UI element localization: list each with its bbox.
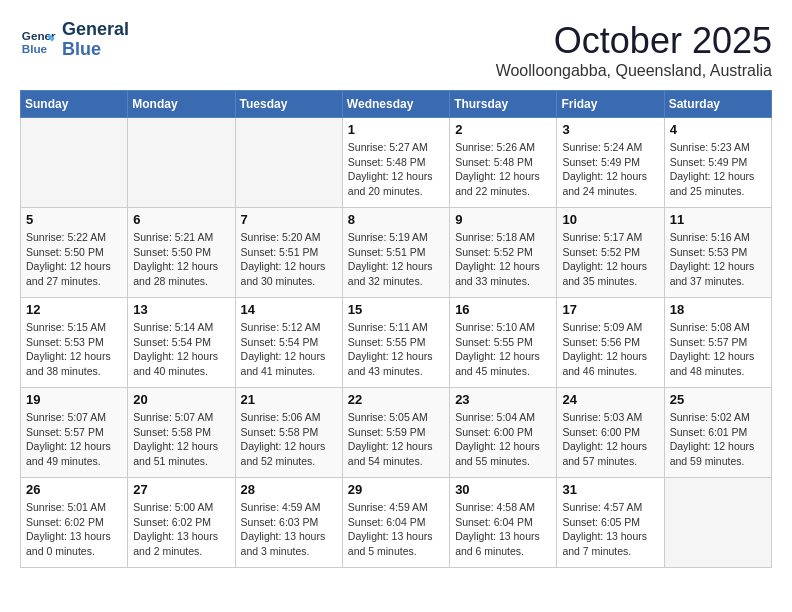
day-number: 15 [348, 302, 444, 317]
logo-text-blue: Blue [62, 40, 129, 60]
day-info: Sunrise: 5:06 AMSunset: 5:58 PMDaylight:… [241, 410, 337, 469]
week-row-4: 19Sunrise: 5:07 AMSunset: 5:57 PMDayligh… [21, 388, 772, 478]
calendar-cell: 13Sunrise: 5:14 AMSunset: 5:54 PMDayligh… [128, 298, 235, 388]
calendar-cell: 30Sunrise: 4:58 AMSunset: 6:04 PMDayligh… [450, 478, 557, 568]
day-info: Sunrise: 5:08 AMSunset: 5:57 PMDaylight:… [670, 320, 766, 379]
day-info: Sunrise: 5:23 AMSunset: 5:49 PMDaylight:… [670, 140, 766, 199]
calendar-cell: 11Sunrise: 5:16 AMSunset: 5:53 PMDayligh… [664, 208, 771, 298]
calendar-cell: 18Sunrise: 5:08 AMSunset: 5:57 PMDayligh… [664, 298, 771, 388]
calendar-body: 1Sunrise: 5:27 AMSunset: 5:48 PMDaylight… [21, 118, 772, 568]
day-number: 23 [455, 392, 551, 407]
calendar-cell: 25Sunrise: 5:02 AMSunset: 6:01 PMDayligh… [664, 388, 771, 478]
calendar-cell: 16Sunrise: 5:10 AMSunset: 5:55 PMDayligh… [450, 298, 557, 388]
calendar-cell: 15Sunrise: 5:11 AMSunset: 5:55 PMDayligh… [342, 298, 449, 388]
day-number: 11 [670, 212, 766, 227]
calendar-cell: 20Sunrise: 5:07 AMSunset: 5:58 PMDayligh… [128, 388, 235, 478]
day-number: 13 [133, 302, 229, 317]
week-row-5: 26Sunrise: 5:01 AMSunset: 6:02 PMDayligh… [21, 478, 772, 568]
day-number: 21 [241, 392, 337, 407]
day-number: 1 [348, 122, 444, 137]
calendar-cell [128, 118, 235, 208]
logo-text-general: General [62, 20, 129, 40]
day-info: Sunrise: 5:21 AMSunset: 5:50 PMDaylight:… [133, 230, 229, 289]
day-number: 30 [455, 482, 551, 497]
calendar-cell: 23Sunrise: 5:04 AMSunset: 6:00 PMDayligh… [450, 388, 557, 478]
day-info: Sunrise: 5:26 AMSunset: 5:48 PMDaylight:… [455, 140, 551, 199]
calendar-cell: 9Sunrise: 5:18 AMSunset: 5:52 PMDaylight… [450, 208, 557, 298]
calendar-cell: 6Sunrise: 5:21 AMSunset: 5:50 PMDaylight… [128, 208, 235, 298]
day-info: Sunrise: 5:24 AMSunset: 5:49 PMDaylight:… [562, 140, 658, 199]
calendar-cell: 2Sunrise: 5:26 AMSunset: 5:48 PMDaylight… [450, 118, 557, 208]
day-info: Sunrise: 4:59 AMSunset: 6:03 PMDaylight:… [241, 500, 337, 559]
day-number: 9 [455, 212, 551, 227]
weekday-header-tuesday: Tuesday [235, 91, 342, 118]
day-number: 5 [26, 212, 122, 227]
day-number: 26 [26, 482, 122, 497]
day-info: Sunrise: 5:04 AMSunset: 6:00 PMDaylight:… [455, 410, 551, 469]
calendar-cell: 12Sunrise: 5:15 AMSunset: 5:53 PMDayligh… [21, 298, 128, 388]
day-info: Sunrise: 5:09 AMSunset: 5:56 PMDaylight:… [562, 320, 658, 379]
day-number: 10 [562, 212, 658, 227]
weekday-header-saturday: Saturday [664, 91, 771, 118]
day-number: 31 [562, 482, 658, 497]
weekday-header-thursday: Thursday [450, 91, 557, 118]
day-info: Sunrise: 5:16 AMSunset: 5:53 PMDaylight:… [670, 230, 766, 289]
day-number: 3 [562, 122, 658, 137]
day-number: 14 [241, 302, 337, 317]
day-number: 12 [26, 302, 122, 317]
day-info: Sunrise: 5:07 AMSunset: 5:58 PMDaylight:… [133, 410, 229, 469]
calendar-cell: 29Sunrise: 4:59 AMSunset: 6:04 PMDayligh… [342, 478, 449, 568]
calendar-cell: 8Sunrise: 5:19 AMSunset: 5:51 PMDaylight… [342, 208, 449, 298]
week-row-1: 1Sunrise: 5:27 AMSunset: 5:48 PMDaylight… [21, 118, 772, 208]
calendar-cell: 5Sunrise: 5:22 AMSunset: 5:50 PMDaylight… [21, 208, 128, 298]
logo-icon: General Blue [20, 22, 56, 58]
day-number: 7 [241, 212, 337, 227]
day-number: 8 [348, 212, 444, 227]
calendar-cell: 4Sunrise: 5:23 AMSunset: 5:49 PMDaylight… [664, 118, 771, 208]
header-row: SundayMondayTuesdayWednesdayThursdayFrid… [21, 91, 772, 118]
weekday-header-monday: Monday [128, 91, 235, 118]
day-number: 17 [562, 302, 658, 317]
calendar-cell: 7Sunrise: 5:20 AMSunset: 5:51 PMDaylight… [235, 208, 342, 298]
day-info: Sunrise: 5:15 AMSunset: 5:53 PMDaylight:… [26, 320, 122, 379]
svg-text:Blue: Blue [22, 41, 48, 54]
calendar-cell: 22Sunrise: 5:05 AMSunset: 5:59 PMDayligh… [342, 388, 449, 478]
day-info: Sunrise: 5:17 AMSunset: 5:52 PMDaylight:… [562, 230, 658, 289]
day-info: Sunrise: 5:14 AMSunset: 5:54 PMDaylight:… [133, 320, 229, 379]
day-number: 20 [133, 392, 229, 407]
calendar-cell: 10Sunrise: 5:17 AMSunset: 5:52 PMDayligh… [557, 208, 664, 298]
calendar-cell: 27Sunrise: 5:00 AMSunset: 6:02 PMDayligh… [128, 478, 235, 568]
week-row-3: 12Sunrise: 5:15 AMSunset: 5:53 PMDayligh… [21, 298, 772, 388]
weekday-header-wednesday: Wednesday [342, 91, 449, 118]
title-section: October 2025 Woolloongabba, Queensland, … [496, 20, 772, 80]
calendar-cell: 28Sunrise: 4:59 AMSunset: 6:03 PMDayligh… [235, 478, 342, 568]
day-info: Sunrise: 5:02 AMSunset: 6:01 PMDaylight:… [670, 410, 766, 469]
calendar-header: SundayMondayTuesdayWednesdayThursdayFrid… [21, 91, 772, 118]
day-number: 6 [133, 212, 229, 227]
calendar-cell [235, 118, 342, 208]
day-info: Sunrise: 5:05 AMSunset: 5:59 PMDaylight:… [348, 410, 444, 469]
day-number: 19 [26, 392, 122, 407]
day-info: Sunrise: 4:58 AMSunset: 6:04 PMDaylight:… [455, 500, 551, 559]
day-info: Sunrise: 5:20 AMSunset: 5:51 PMDaylight:… [241, 230, 337, 289]
weekday-header-sunday: Sunday [21, 91, 128, 118]
day-info: Sunrise: 5:01 AMSunset: 6:02 PMDaylight:… [26, 500, 122, 559]
day-number: 4 [670, 122, 766, 137]
day-number: 22 [348, 392, 444, 407]
calendar-cell: 31Sunrise: 4:57 AMSunset: 6:05 PMDayligh… [557, 478, 664, 568]
day-info: Sunrise: 5:27 AMSunset: 5:48 PMDaylight:… [348, 140, 444, 199]
calendar-cell: 3Sunrise: 5:24 AMSunset: 5:49 PMDaylight… [557, 118, 664, 208]
location-title: Woolloongabba, Queensland, Australia [496, 62, 772, 80]
calendar-cell [664, 478, 771, 568]
day-number: 29 [348, 482, 444, 497]
day-info: Sunrise: 5:07 AMSunset: 5:57 PMDaylight:… [26, 410, 122, 469]
calendar-cell: 24Sunrise: 5:03 AMSunset: 6:00 PMDayligh… [557, 388, 664, 478]
week-row-2: 5Sunrise: 5:22 AMSunset: 5:50 PMDaylight… [21, 208, 772, 298]
day-number: 24 [562, 392, 658, 407]
day-info: Sunrise: 5:12 AMSunset: 5:54 PMDaylight:… [241, 320, 337, 379]
weekday-header-friday: Friday [557, 91, 664, 118]
day-number: 2 [455, 122, 551, 137]
day-number: 16 [455, 302, 551, 317]
day-info: Sunrise: 5:11 AMSunset: 5:55 PMDaylight:… [348, 320, 444, 379]
calendar-cell: 21Sunrise: 5:06 AMSunset: 5:58 PMDayligh… [235, 388, 342, 478]
